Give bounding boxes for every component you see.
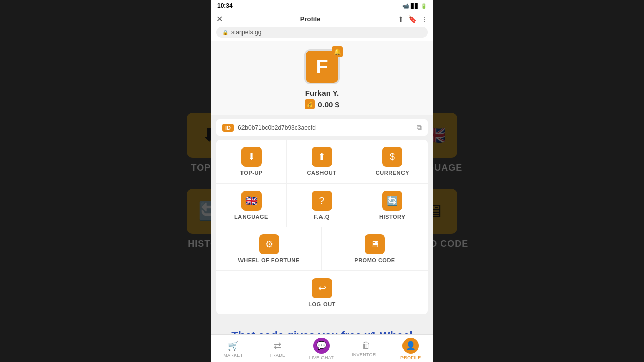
battery-icon: 🔋 <box>421 3 427 9</box>
topup-button[interactable]: ⬇ TOP-UP <box>216 140 287 183</box>
cashout-button[interactable]: ⬆ CASHOUT <box>287 140 357 183</box>
bell-icon: 🔔 <box>334 48 341 55</box>
menu-row-4: ↩ LOG OUT <box>216 271 428 314</box>
browser-chrome: ✕ Profile ⬆ 🔖 ⋮ 🔒 starpets.gg <box>211 11 433 41</box>
currency-button[interactable]: $ CURRENCY <box>357 140 428 183</box>
nav-inventory[interactable]: 🗑 INVENTOR... <box>352 340 380 357</box>
history-icon: 🔄 <box>382 191 403 211</box>
logout-label: LOG OUT <box>308 301 336 307</box>
wheel-of-fortune-button[interactable]: ⚙ WHEEL OF FORTUNE <box>216 227 322 270</box>
menu-grid: ⬇ TOP-UP ⬆ CASHOUT $ CURRENCY 🇬🇧 LANGUAG… <box>216 140 428 314</box>
nav-profile[interactable]: 👤 PROFILE <box>397 338 425 360</box>
faq-button[interactable]: ? F.A.Q <box>287 184 357 227</box>
lock-icon: 🔒 <box>222 30 228 35</box>
avatar-container: F 🔔 <box>304 49 340 84</box>
faq-icon: ? <box>312 191 332 211</box>
logout-icon: ↩ <box>312 278 332 298</box>
phone-overlay: 10:34 📹 ▊▊ 🔋 ✕ Profile ⬆ 🔖 ⋮ 🔒 starpets.… <box>211 0 433 362</box>
profile-content: F 🔔 Furkan Y. 💰 0.00 $ ID 62b0b71bc0b2d7… <box>211 41 433 334</box>
cashout-icon: ⬆ <box>312 147 332 167</box>
signal-icon: ▊▊ <box>411 3 419 9</box>
market-label: MARKET <box>223 353 243 358</box>
trade-label: TRADE <box>269 353 285 358</box>
language-label: LANGUAGE <box>234 214 268 220</box>
inventory-icon: 🗑 <box>362 340 371 351</box>
balance-row: 💰 0.00 $ <box>305 99 339 109</box>
address-bar[interactable]: 🔒 starpets.gg <box>216 27 428 38</box>
more-menu-icon[interactable]: ⋮ <box>421 15 428 23</box>
profile-header: F 🔔 Furkan Y. 💰 0.00 $ <box>211 41 433 115</box>
browser-action-icons: ⬆ 🔖 ⋮ <box>398 15 428 23</box>
market-icon: 🛒 <box>228 340 239 351</box>
close-button[interactable]: ✕ <box>216 14 223 24</box>
currency-icon: $ <box>382 147 403 167</box>
id-row: ID 62b0b71bc0b2d7b93c3aecfd ⧉ <box>216 119 428 136</box>
promo-code-button[interactable]: 🖥 PROMO CODE <box>322 227 428 270</box>
history-button[interactable]: 🔄 HISTORY <box>357 184 428 227</box>
topup-label: TOP-UP <box>240 170 262 176</box>
live-chat-icon: 💬 <box>313 338 330 354</box>
menu-row-1: ⬇ TOP-UP ⬆ CASHOUT $ CURRENCY <box>216 140 428 184</box>
nav-market[interactable]: 🛒 MARKET <box>219 340 247 358</box>
language-button[interactable]: 🇬🇧 LANGUAGE <box>216 184 287 227</box>
profile-icon: 👤 <box>403 338 419 354</box>
status-time: 10:34 <box>217 2 233 9</box>
nav-trade[interactable]: ⇄ TRADE <box>264 340 291 358</box>
status-bar: 10:34 📹 ▊▊ 🔋 <box>211 0 433 11</box>
wheel-label: WHEEL OF FORTUNE <box>238 257 299 263</box>
history-label: HISTORY <box>379 214 406 220</box>
id-text: 62b0b71bc0b2d7b93c3aecfd <box>238 124 413 131</box>
status-icons: 📹 ▊▊ 🔋 <box>403 3 427 9</box>
page-title: Profile <box>300 15 320 23</box>
live-chat-label: LIVE CHAT <box>309 355 334 360</box>
balance-amount: 0.00 $ <box>318 100 339 109</box>
copy-icon[interactable]: ⧉ <box>417 123 422 132</box>
avatar-letter: F <box>316 56 328 78</box>
video-icon: 📹 <box>403 3 409 9</box>
bottom-nav: 🛒 MARKET ⇄ TRADE 💬 LIVE CHAT 🗑 INVENTOR.… <box>211 334 433 362</box>
topup-icon: ⬇ <box>242 147 262 167</box>
logout-button[interactable]: ↩ LOG OUT <box>216 271 428 314</box>
user-name: Furkan Y. <box>305 88 339 97</box>
url-text: starpets.gg <box>231 29 261 36</box>
promo-code-icon: 🖥 <box>365 234 385 254</box>
share-icon[interactable]: ⬆ <box>398 15 404 23</box>
menu-row-3: ⚙ WHEEL OF FORTUNE 🖥 PROMO CODE <box>216 227 428 271</box>
browser-top-bar: ✕ Profile ⬆ 🔖 ⋮ <box>216 14 428 24</box>
nav-live-chat[interactable]: 💬 LIVE CHAT <box>307 338 335 360</box>
promo-code-label: PROMO CODE <box>354 257 395 263</box>
cashout-label: CASHOUT <box>307 170 337 176</box>
currency-label: CURRENCY <box>376 170 409 176</box>
notification-badge: 🔔 <box>332 46 343 57</box>
bookmark-icon[interactable]: 🔖 <box>408 15 417 23</box>
promo-text: That code gives you free x1 Wheel Roll <box>211 318 433 334</box>
id-badge: ID <box>222 124 234 132</box>
wheel-icon: ⚙ <box>259 234 279 254</box>
language-icon: 🇬🇧 <box>242 191 262 211</box>
trade-icon: ⇄ <box>274 340 281 351</box>
inventory-label: INVENTOR... <box>352 352 380 357</box>
profile-label: PROFILE <box>400 355 421 360</box>
balance-icon: 💰 <box>305 99 315 109</box>
faq-label: F.A.Q <box>314 214 330 220</box>
menu-row-2: 🇬🇧 LANGUAGE ? F.A.Q 🔄 HISTORY <box>216 184 428 227</box>
